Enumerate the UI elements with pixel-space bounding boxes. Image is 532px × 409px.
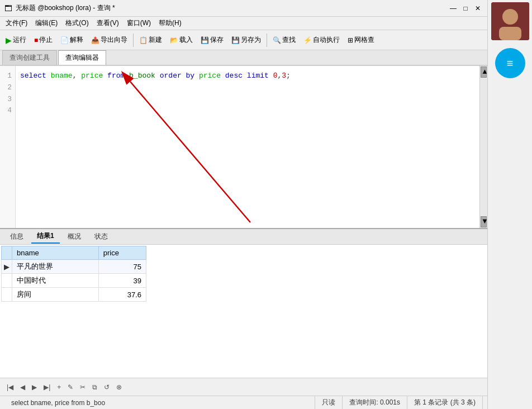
line-number: 1 (3, 70, 12, 82)
grid-label: 网格查 (354, 35, 374, 45)
menu-help[interactable]: 帮助(H) (155, 17, 185, 29)
tab-query-builder[interactable]: 查询创建工具 (2, 50, 57, 65)
grid-button[interactable]: ⊞ 网格查 (344, 34, 378, 46)
avatar (491, 2, 529, 40)
auto-run-button[interactable]: ⚡ 自动执行 (300, 34, 343, 46)
run-label: 运行 (13, 35, 26, 45)
status-bar: select bname, price from b_boo 只读 查询时间: … (0, 396, 487, 409)
svg-point-1 (502, 9, 518, 25)
sql-line-3 (20, 94, 475, 106)
avatar-image (491, 2, 529, 40)
line-number: 2 (3, 82, 12, 94)
row-indicator-2 (2, 274, 12, 288)
find-button[interactable]: 🔍 查找 (269, 34, 299, 46)
save-as-button[interactable]: 💾 另存为 (228, 34, 264, 46)
auto-run-icon: ⚡ (303, 36, 312, 44)
menu-bar: 文件(F) 编辑(E) 格式(O) 查看(V) 窗口(W) 帮助(H) (0, 17, 487, 30)
new-button[interactable]: 📋 新建 (136, 34, 165, 46)
load-button[interactable]: 📂 载入 (167, 34, 196, 46)
mode-text: 只读 (322, 398, 335, 407)
bottom-controls: |◀ ◀ ▶ ▶| + ✎ ✂ ⧉ ↺ ⊗ (0, 378, 487, 396)
minimize-button[interactable]: — (448, 3, 458, 13)
result-tab-status[interactable]: 状态 (89, 230, 113, 243)
explain-button[interactable]: 📄 解释 (57, 34, 87, 46)
menu-format[interactable]: 格式(O) (62, 17, 92, 29)
nav-play-button[interactable]: ▶ (30, 382, 39, 392)
nav-edit-button[interactable]: ✎ (65, 382, 75, 392)
result-tab-overview[interactable]: 概况 (62, 230, 87, 243)
result-tabs: 信息 结果1 概况 状态 (0, 229, 487, 245)
save-label: 保存 (210, 35, 224, 45)
menu-edit[interactable]: 编辑(E) (32, 17, 61, 29)
close-button[interactable]: ✕ (473, 3, 483, 13)
save-as-icon: 💾 (231, 36, 240, 44)
nav-first-button[interactable]: |◀ (4, 382, 16, 392)
find-icon: 🔍 (273, 36, 281, 44)
load-label: 载入 (179, 35, 193, 45)
toolbar: ▶ 运行 ■ 停止 📄 解释 📤 导出向导 📋 新建 📂 载入 💾 保存 (0, 30, 487, 50)
csdn-icon[interactable]: ≡ (495, 48, 525, 78)
menu-file[interactable]: 文件(F) (2, 17, 31, 29)
scrollbar-up[interactable]: ▲ (481, 66, 487, 78)
sql-line-1: select bname, price from b_book order by… (20, 70, 475, 82)
right-panel: ≡ (487, 0, 532, 409)
status-records: 第 1 条记录 (共 3 条) (407, 396, 483, 409)
table-header-bname: bname (12, 246, 99, 260)
sql-preview-text: select bname, price from b_boo (11, 399, 105, 407)
export-icon: 📤 (91, 36, 99, 44)
table-header-price: price (98, 246, 146, 260)
title-bar: 🗔 无标题 @bookshop (lora) - 查询 * — □ ✕ (0, 0, 487, 17)
explain-icon: 📄 (60, 36, 69, 44)
table-row: ▶ 平凡的世界 75 (2, 260, 146, 274)
scrollbar-down[interactable]: ▼ (481, 216, 487, 227)
save-button[interactable]: 💾 保存 (197, 34, 227, 46)
export-label: 导出向导 (101, 35, 127, 45)
save-as-label: 另存为 (241, 35, 261, 45)
cell-price-3: 37.6 (98, 288, 146, 302)
maximize-button[interactable]: □ (460, 3, 471, 13)
nav-next-button[interactable]: ▶| (41, 382, 53, 392)
new-icon: 📋 (139, 36, 148, 44)
new-label: 新建 (149, 35, 162, 45)
result-tab-info[interactable]: 信息 (4, 230, 29, 243)
nav-prev-button[interactable]: ◀ (18, 382, 27, 392)
cell-bname-3: 房间 (12, 288, 99, 302)
nav-refresh-button[interactable]: ↺ (102, 382, 112, 392)
line-number: 3 (3, 94, 12, 106)
menu-view[interactable]: 查看(V) (93, 17, 122, 29)
export-wizard-button[interactable]: 📤 导出向导 (88, 34, 131, 46)
nav-delete-button[interactable]: ✂ (78, 382, 88, 392)
records-text: 第 1 条记录 (共 3 条) (414, 398, 476, 407)
table-header-indicator (2, 246, 12, 260)
window-title: 无标题 @bookshop (lora) - 查询 * (16, 3, 448, 13)
explain-label: 解释 (70, 35, 83, 45)
toolbar-separator-1 (133, 34, 134, 47)
editor-scrollbar[interactable]: ▲ ▼ (479, 66, 487, 228)
stop-icon: ■ (34, 36, 38, 44)
svg-rect-2 (499, 27, 521, 40)
save-icon: 💾 (201, 36, 209, 44)
auto-run-label: 自动执行 (313, 35, 340, 45)
run-button[interactable]: ▶ 运行 (2, 34, 30, 46)
nav-cancel-button[interactable]: ⊗ (114, 382, 124, 392)
stop-label: 停止 (39, 35, 53, 45)
stop-button[interactable]: ■ 停止 (31, 34, 56, 46)
tab-query-editor[interactable]: 查询编辑器 (58, 50, 106, 65)
line-numbers: 1 2 3 4 (0, 66, 16, 228)
status-query-time: 查询时间: 0.001s (343, 396, 407, 409)
sql-line-4 (20, 105, 475, 117)
data-table-container: bname price ▶ 平凡的世界 75 中国时代 39 (0, 245, 487, 378)
results-area: 信息 结果1 概况 状态 bname price ▶ 平凡的世界 (0, 228, 487, 396)
sql-editor: 1 2 3 4 select bname, price from b_book … (0, 66, 487, 228)
table-row: 房间 37.6 (2, 288, 146, 302)
nav-add-button[interactable]: + (55, 382, 63, 392)
menu-window[interactable]: 窗口(W) (124, 17, 154, 29)
result-tab-result1[interactable]: 结果1 (31, 230, 60, 244)
cell-bname-1: 平凡的世界 (12, 260, 99, 274)
editor-content[interactable]: select bname, price from b_book order by… (16, 66, 479, 228)
query-time-text: 查询时间: 0.001s (349, 398, 400, 407)
nav-copy-button[interactable]: ⧉ (90, 382, 99, 392)
row-indicator-1: ▶ (2, 260, 12, 274)
find-label: 查找 (282, 35, 296, 45)
load-icon: 📂 (170, 36, 178, 44)
